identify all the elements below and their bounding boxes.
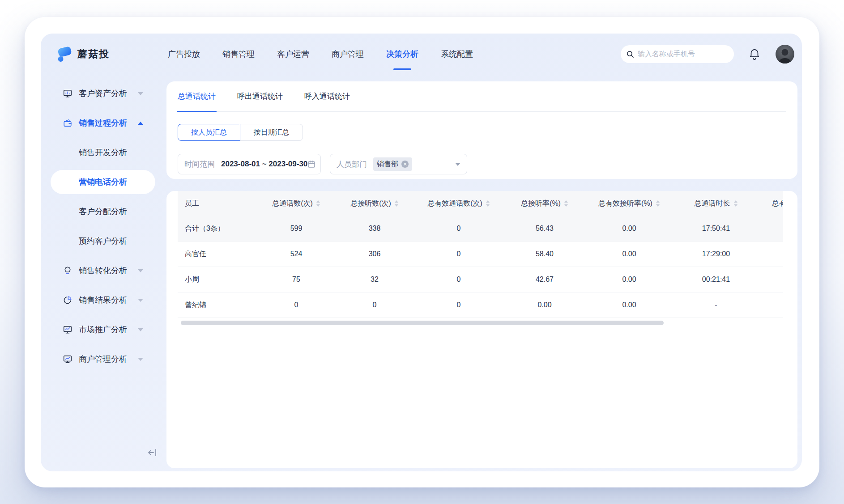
column-header-total-calls[interactable]: 总通话数(次) <box>258 191 334 216</box>
chevron-down-icon <box>455 163 460 166</box>
chevron-down-icon <box>138 299 143 302</box>
column-header-effective-calls[interactable]: 总有效通话数(次) <box>415 191 503 216</box>
sidebar-item-merchant-management[interactable]: 商户管理分析 <box>41 347 166 371</box>
cell-answer-rate: 42.67 <box>503 267 587 292</box>
sort-icon[interactable] <box>564 200 568 207</box>
sidebar-item-market-promotion[interactable]: 市场推广分析 <box>41 318 166 342</box>
cell-total-calls: 524 <box>258 241 334 267</box>
sidebar: 客户资产分析 销售过程分析 销售开发分析 <box>41 75 166 471</box>
global-search[interactable] <box>621 45 734 63</box>
user-avatar[interactable] <box>776 45 794 64</box>
cell-answered: 306 <box>334 241 415 267</box>
sidebar-subitem-sales-development[interactable]: 销售开发分析 <box>41 140 166 165</box>
cell-effective-duration <box>760 267 783 292</box>
tab-total-calls[interactable]: 总通话统计 <box>178 81 216 111</box>
sort-icon[interactable] <box>656 200 660 207</box>
nav-item-ad[interactable]: 广告投放 <box>168 49 200 59</box>
sort-icon[interactable] <box>486 200 490 207</box>
cell-total-calls: 75 <box>258 267 334 292</box>
nav-item-sales[interactable]: 销售管理 <box>222 49 255 59</box>
chevron-down-icon <box>138 358 143 361</box>
table-header-row: 员工 总通话数(次) 总接听数(次) 总有效通话数(次) <box>178 191 783 216</box>
main-content: 总通话统计 呼出通话统计 呼入通话统计 按人员汇总 按日期汇总 时间范围 202… <box>166 75 802 471</box>
column-header-effective-duration[interactable]: 总有效通话时长 <box>760 191 783 216</box>
sidebar-subitem-customer-allocation[interactable]: 客户分配分析 <box>41 199 166 224</box>
tab-outbound-calls[interactable]: 呼出通话统计 <box>237 81 283 111</box>
column-header-effective-answer-rate[interactable]: 总有效接听率(%) <box>587 191 672 216</box>
cell-answer-rate: 0.00 <box>503 292 587 318</box>
bulb-icon <box>63 266 72 275</box>
table-row: 小周 75 32 0 42.67 0.00 00:21:41 <box>178 267 783 292</box>
toggle-by-date[interactable]: 按日期汇总 <box>240 124 303 141</box>
wallet-icon <box>63 118 72 128</box>
filter-row: 时间范围 2023-08-01 ~ 2023-09-30 人员部门 <box>178 154 797 174</box>
sidebar-item-customer-assets[interactable]: 客户资产分析 <box>41 81 166 106</box>
cell-effective-duration <box>760 216 783 241</box>
sidebar-item-label: 商户管理分析 <box>79 354 127 364</box>
cell-total-duration: 00:21:41 <box>672 267 760 292</box>
sort-icon[interactable] <box>394 200 399 207</box>
sort-icon[interactable] <box>733 200 738 207</box>
notifications-button[interactable] <box>749 48 760 60</box>
collapse-sidebar-button[interactable] <box>147 447 158 458</box>
sidebar-item-label: 销售转化分析 <box>79 265 127 276</box>
sidebar-subitem-appointment-customers[interactable]: 预约客户分析 <box>41 229 166 253</box>
sidebar-item-label: 市场推广分析 <box>79 324 127 335</box>
call-stats-table: 员工 总通话数(次) 总接听数(次) 总有效通话数(次) <box>178 191 783 318</box>
sidebar-subitem-label: 销售开发分析 <box>79 147 127 158</box>
cell-effective-calls: 0 <box>415 267 503 292</box>
filters-card: 总通话统计 呼出通话统计 呼入通话统计 按人员汇总 按日期汇总 时间范围 202… <box>166 81 797 179</box>
cell-employee: 曾纪锦 <box>178 292 258 318</box>
tab-inbound-calls[interactable]: 呼入通话统计 <box>304 81 350 111</box>
sidebar-item-sales-conversion[interactable]: 销售转化分析 <box>41 258 166 283</box>
sidebar-subitem-label: 营销电话分析 <box>79 177 127 187</box>
department-tag: 销售部 ✕ <box>373 157 412 171</box>
horizontal-scrollbar-thumb[interactable] <box>181 321 664 325</box>
cell-total-duration: 17:50:41 <box>672 216 760 241</box>
mushroom-logo-icon <box>56 46 73 63</box>
cell-answered: 0 <box>334 292 415 318</box>
nav-item-decision-analysis[interactable]: 决策分析 <box>386 49 418 59</box>
table-card: 员工 总通话数(次) 总接听数(次) 总有效通话数(次) <box>166 191 797 468</box>
table-row-total: 合计（3条） 599 338 0 56.43 0.00 17:50:41 <box>178 216 783 241</box>
body-frame: 客户资产分析 销售过程分析 销售开发分析 <box>41 75 802 471</box>
tag-remove-icon[interactable]: ✕ <box>401 161 409 168</box>
cell-employee: 小周 <box>178 267 258 292</box>
cell-effective-answer-rate: 0.00 <box>587 241 672 267</box>
chevron-up-icon <box>138 122 143 125</box>
column-header-employee: 员工 <box>178 191 258 216</box>
summary-mode-toggle: 按人员汇总 按日期汇总 <box>178 124 797 141</box>
sidebar-item-label: 销售过程分析 <box>79 118 127 128</box>
collapse-left-icon <box>147 447 158 458</box>
cell-effective-duration <box>760 292 783 318</box>
toggle-by-person[interactable]: 按人员汇总 <box>178 124 240 141</box>
column-header-answer-rate[interactable]: 总接听率(%) <box>503 191 587 216</box>
department-select[interactable]: 人员部门 销售部 ✕ <box>330 154 467 174</box>
department-label: 人员部门 <box>337 159 367 169</box>
table-row: 高官任 524 306 0 58.40 0.00 17:29:00 <box>178 241 783 267</box>
search-icon <box>626 50 634 58</box>
cell-employee: 合计（3条） <box>178 216 258 241</box>
sidebar-item-label: 客户资产分析 <box>79 88 127 99</box>
column-header-answered[interactable]: 总接听数(次) <box>334 191 415 216</box>
sidebar-item-sales-process[interactable]: 销售过程分析 <box>41 111 166 135</box>
sidebar-subitem-label: 预约客户分析 <box>79 236 127 246</box>
calendar-icon <box>307 160 315 168</box>
column-header-total-duration[interactable]: 总通话时长 <box>672 191 760 216</box>
horizontal-scrollbar-track <box>178 321 783 325</box>
cell-effective-duration <box>760 241 783 267</box>
top-bar: 蘑菇投 广告投放 销售管理 客户运营 商户管理 决策分析 系统配置 <box>41 34 802 75</box>
nav-item-customer-ops[interactable]: 客户运营 <box>277 49 309 59</box>
sidebar-subitem-marketing-calls[interactable]: 营销电话分析 <box>51 170 155 194</box>
pie-chart-icon <box>63 295 72 305</box>
cell-total-calls: 0 <box>258 292 334 318</box>
sidebar-item-sales-results[interactable]: 销售结果分析 <box>41 288 166 312</box>
sort-icon[interactable] <box>316 200 320 207</box>
search-input[interactable] <box>638 50 718 58</box>
cell-effective-calls: 0 <box>415 241 503 267</box>
nav-item-merchant[interactable]: 商户管理 <box>332 49 364 59</box>
date-range-picker[interactable]: 时间范围 2023-08-01 ~ 2023-09-30 <box>178 154 321 174</box>
nav-item-system-config[interactable]: 系统配置 <box>441 49 473 59</box>
bell-icon <box>749 48 760 60</box>
date-range-value: 2023-08-01 ~ 2023-09-30 <box>221 160 307 169</box>
